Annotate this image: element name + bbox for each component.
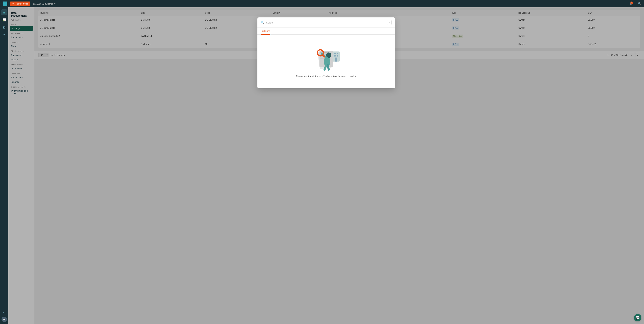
sidebar-item-grid[interactable]: ⊞ [1,10,7,16]
svg-rect-2 [3,4,5,6]
top-nav-left: ≡ Filter portfolio 1011 /1011 Buildings … [3,1,56,6]
sidebar-item-layers[interactable]: ◧ [1,24,7,30]
portfolio-label[interactable]: 1011 /1011 Buildings ▾ [33,2,55,5]
filter-portfolio-button[interactable]: ≡ Filter portfolio [10,2,30,6]
svg-rect-3 [5,4,8,6]
chevron-down-icon: ▾ [54,2,56,5]
svg-rect-0 [3,2,5,4]
app-logo [3,1,8,6]
left-sidebar: ⊞ 📊 ◧ ≡ ◁ AA [0,8,8,130]
sidebar-item-analytics[interactable]: 📊 [1,17,7,23]
sidebar-item-content[interactable]: ≡ [1,32,7,38]
modal-overlay[interactable]: 🔍 × Buildings [8,8,258,130]
filter-icon: ≡ [12,2,14,5]
top-navigation: ≡ Filter portfolio 1011 /1011 Buildings … [0,0,258,8]
svg-rect-1 [5,2,8,4]
